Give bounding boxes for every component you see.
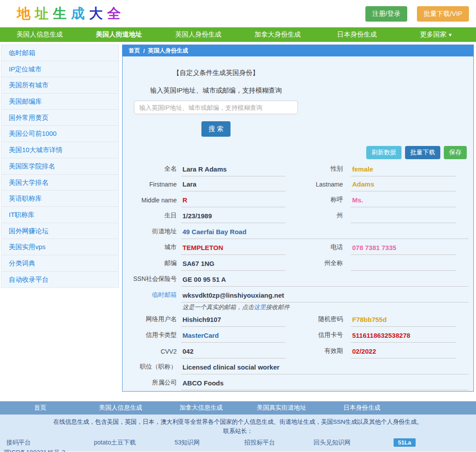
- footer-nav-home[interactable]: 首页: [0, 404, 81, 412]
- nav-item-more-countries[interactable]: 更多国家▼: [397, 30, 476, 39]
- logo-char: 生: [53, 6, 71, 21]
- form-row: 临时邮箱 wksvdkt0zp@linshiyouxiang.net: [128, 291, 469, 303]
- card-number-label: 信用卡号: [286, 331, 351, 343]
- phone-label: 电话: [286, 243, 351, 255]
- sidebar-item-auto-index[interactable]: 自动收录平台: [1, 272, 119, 288]
- breadcrumb-current: 英国人身份生成: [148, 47, 188, 55]
- register-login-button[interactable]: 注册/登录: [365, 6, 407, 22]
- gender-value: female: [351, 166, 456, 176]
- ssn-value: GE 00 95 51 A: [181, 276, 469, 287]
- footer-nav-us-street[interactable]: 美国真实街道地址: [242, 404, 322, 412]
- sidebar-item-english-titles[interactable]: 英语职称库: [1, 191, 119, 207]
- company-label: 所属公司: [128, 379, 181, 390]
- nav-item-canada-identity[interactable]: 加拿大身份生成: [238, 30, 317, 39]
- phone-value: 078 7381 7335: [351, 244, 456, 255]
- icp-number: 冀ICP备18032145号-3: [0, 447, 476, 452]
- job-title-value: Licensed clinical social worker: [181, 364, 469, 374]
- chevron-down-icon: ▼: [448, 32, 453, 37]
- header-buttons: 注册/登录 批量下载/VIP: [365, 6, 469, 22]
- footer: 在线信息生成，包含美国，英国，日本，澳大利亚等全世界各个国家的个人信息生成、街道…: [0, 415, 476, 452]
- form-row: CVV2 042 有效期 02/2022: [128, 347, 469, 359]
- footer-description: 在线信息生成，包含美国，英国，日本，澳大利亚等全世界各个国家的个人信息生成、街道…: [0, 418, 476, 426]
- form-row: 街道地址 49 Caerfai Bay Road: [128, 228, 469, 239]
- sidebar-item-us-vps[interactable]: 美国实用vps: [1, 239, 119, 255]
- footer-link-potato[interactable]: potato土豆下载: [78, 439, 151, 447]
- breadcrumb-separator: /: [143, 48, 145, 54]
- expiry-value: 02/2022: [351, 348, 456, 359]
- breadcrumb: 首页 / 英国人身份生成: [123, 45, 473, 56]
- footer-nav-japan-identity[interactable]: 日本身份生成: [322, 404, 402, 412]
- nav-item-us-street[interactable]: 美国人街道地址: [79, 30, 159, 39]
- sidebar-item-medical-schools[interactable]: 美国医学院排名: [1, 158, 119, 175]
- save-button[interactable]: 保存: [444, 146, 467, 159]
- search-button[interactable]: 搜 索: [201, 121, 231, 137]
- footer-nav-us-info[interactable]: 美国人信息生成: [81, 404, 161, 412]
- middle-name-label: Middle name: [128, 197, 181, 207]
- footer-links: 接码平台 potato土豆下载 53知识网 招投标平台 回头见知识网 51La: [0, 438, 441, 447]
- form-row: 信用卡类型 MasterCard 信用卡号 5116118632538278: [128, 331, 469, 343]
- sidebar-item-us-cities[interactable]: 美国所有城市: [1, 77, 119, 93]
- sidebar-item-yellow-pages[interactable]: 国外常用黄页: [1, 110, 119, 126]
- nav-item-us-info[interactable]: 美国人信息生成: [0, 30, 79, 39]
- result-actions: 刷新数据 批量下载 保存: [123, 137, 473, 159]
- form-row: 城市 TEMPLETON 电话 078 7381 7335: [128, 243, 469, 255]
- batch-download-vip-button[interactable]: 批量下载/VIP: [417, 6, 469, 22]
- batch-download-button[interactable]: 批量下载: [405, 146, 440, 159]
- sidebar-item-us-zipcodes[interactable]: 美国邮编库: [1, 93, 119, 110]
- lastname-value: Adams: [351, 181, 456, 191]
- nav-item-japan-identity[interactable]: 日本身份生成: [317, 30, 397, 39]
- email-note-here-link[interactable]: 这里: [254, 304, 266, 310]
- ssn-label: SSN社会保险号: [128, 275, 181, 287]
- footer-nav-canada-info[interactable]: 加拿大信息生成: [161, 404, 242, 412]
- temp-email-value: wksvdkt0zp@linshiyouxiang.net: [181, 292, 469, 303]
- company-value: ABCO Foods: [181, 380, 469, 390]
- form-row: 全名 Lara R Adams 性别 female: [128, 165, 469, 176]
- middle-name-value: R: [181, 197, 286, 207]
- sidebar-item-dictionary[interactable]: 分类词典: [1, 255, 119, 272]
- username-value: Hishich9107: [181, 316, 286, 327]
- footer-link-bidding[interactable]: 招投标平台: [223, 439, 296, 447]
- refresh-data-button[interactable]: 刷新数据: [366, 146, 402, 159]
- temp-email-link[interactable]: 临时邮箱: [128, 291, 181, 303]
- salutation-label: 称呼: [286, 196, 351, 207]
- lastname-label: Lastname: [286, 181, 351, 191]
- gender-label: 性别: [286, 165, 351, 176]
- sidebar-item-top1000-companies[interactable]: 美国公司前1000: [1, 126, 119, 142]
- card-type-value: MasterCard: [181, 332, 286, 343]
- sidebar-item-top10-cities[interactable]: 美国10大城市详情: [1, 142, 119, 158]
- form-row: 职位（职称） Licensed clinical social worker: [128, 363, 469, 374]
- breadcrumb-home-link[interactable]: 首页: [129, 47, 140, 55]
- sidebar-item-ip-city[interactable]: IP定位城市: [1, 61, 119, 78]
- footer-contact: 联系站长：: [0, 427, 476, 435]
- form-row: Middle name R 称呼 Ms.: [128, 196, 469, 207]
- nav-item-uk-identity[interactable]: 英国人身份生成: [159, 30, 238, 39]
- cvv2-label: CVV2: [128, 348, 181, 359]
- site-header: 地址生成大全 注册/登录 批量下载/VIP: [0, 0, 476, 27]
- card-type-label: 信用卡类型: [128, 331, 181, 343]
- card-number-value: 5116118632538278: [351, 332, 456, 343]
- birthday-value: 1/23/1989: [181, 213, 286, 223]
- expiry-label: 有效期: [286, 347, 351, 359]
- site-logo[interactable]: 地址生成大全: [17, 4, 125, 23]
- form-row: SSN社会保险号 GE 00 95 51 A: [128, 275, 469, 287]
- sidebar-item-forums[interactable]: 国外网赚论坛: [1, 223, 119, 239]
- sidebar-item-university-ranking[interactable]: 美国大学排名: [1, 175, 119, 191]
- search-subtitle: 输入英国IP地址、城市或邮编，支持模糊查询: [128, 86, 304, 95]
- street-address-label: 街道地址: [128, 228, 181, 239]
- 51la-badge[interactable]: 51La: [394, 438, 416, 447]
- firstname-label: Firstname: [128, 181, 181, 191]
- main-nav: 美国人信息生成 美国人街道地址 英国人身份生成 加拿大身份生成 日本身份生成 更…: [0, 27, 476, 42]
- sidebar-item-temp-email[interactable]: 临时邮箱: [1, 45, 119, 61]
- full-name-label: 全名: [128, 165, 181, 176]
- form-row: 邮编 SA67 1NG 州全称: [128, 259, 469, 271]
- zipcode-label: 邮编: [128, 259, 181, 271]
- sidebar-item-it-titles[interactable]: IT职称库: [1, 207, 119, 223]
- state-fullname-value: [351, 260, 456, 271]
- form-row: 所属公司 ABCO Foods: [128, 379, 469, 390]
- search-input[interactable]: [134, 101, 298, 114]
- footer-link-huitoujian[interactable]: 回头见知识网: [296, 439, 368, 447]
- footer-link-sms-platform[interactable]: 接码平台: [0, 439, 78, 447]
- footer-link-53zhishi[interactable]: 53知识网: [151, 439, 223, 447]
- identity-form: 全名 Lara R Adams 性别 female Firstname Lara…: [128, 165, 469, 392]
- sidebar: 临时邮箱 IP定位城市 美国所有城市 美国邮编库 国外常用黄页 美国公司前100…: [1, 45, 119, 288]
